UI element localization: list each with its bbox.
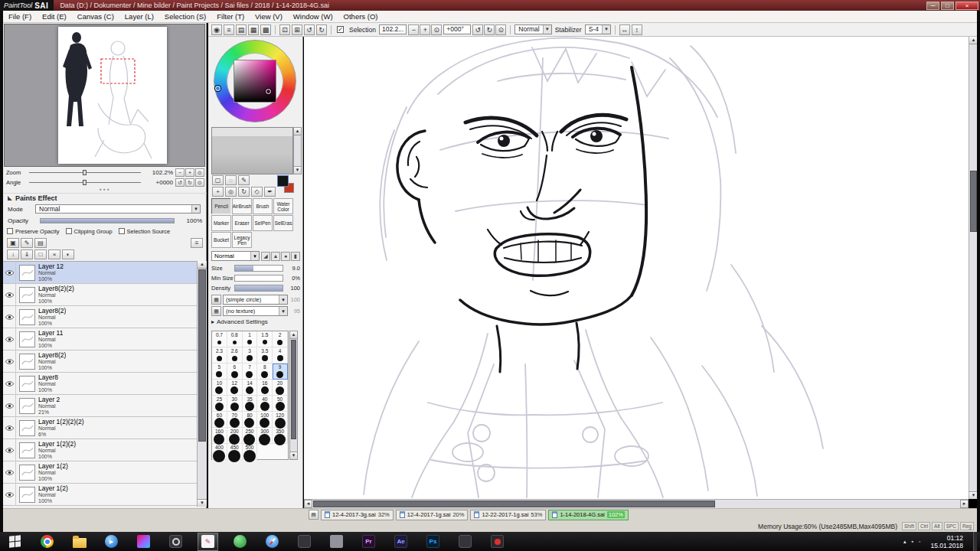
brush-size-7[interactable]: 7 xyxy=(243,364,258,380)
saturation-value-square[interactable] xyxy=(234,60,276,103)
angle-slider[interactable] xyxy=(29,182,141,183)
color-wheel[interactable] xyxy=(214,40,296,122)
brush-size-1[interactable]: 1 xyxy=(243,331,258,347)
green-app[interactable] xyxy=(230,533,250,551)
brush-size-300[interactable]: 300 xyxy=(257,428,273,444)
brush-size-1.5[interactable]: 1.5 xyxy=(257,331,273,347)
scratchpad[interactable] xyxy=(211,127,293,174)
layer-visibility-toggle[interactable] xyxy=(3,461,16,484)
rotate-left-icon[interactable]: ↺ xyxy=(175,178,185,187)
menu-item-view[interactable]: View (V) xyxy=(250,11,288,21)
zoom-out-icon[interactable]: − xyxy=(175,168,185,177)
zoom-in-icon[interactable]: + xyxy=(185,168,194,177)
tray-icon-1[interactable]: ▪ xyxy=(911,539,913,545)
scrollbar-thumb[interactable] xyxy=(313,500,715,507)
primary-color-swatch[interactable] xyxy=(277,175,289,187)
layer-row[interactable]: Layer 11Normal100% xyxy=(3,328,197,350)
brush-size-400[interactable]: 400 xyxy=(212,444,227,460)
panel-menu-icon[interactable]: ≡ xyxy=(191,238,203,248)
canvas[interactable] xyxy=(304,37,969,499)
brush-size-16[interactable]: 16 xyxy=(257,380,273,396)
layer-visibility-toggle[interactable] xyxy=(3,484,16,506)
brush-size-30[interactable]: 30 xyxy=(227,396,243,412)
panel-grip[interactable]: ●●● xyxy=(3,187,207,192)
layer-visibility-toggle[interactable] xyxy=(3,439,16,461)
layer-row[interactable]: Layer 1(2)Normal100% xyxy=(3,484,197,506)
checkbox-preserve-opacity[interactable]: Preserve Opacity xyxy=(7,228,60,235)
new-layer-icon[interactable]: ▣ xyxy=(7,238,19,248)
angle-reset-icon[interactable]: ⊙ xyxy=(495,24,506,35)
layer-row[interactable]: Layer 2Normal21% xyxy=(3,395,197,417)
color-mixer-toggle-icon[interactable]: ▦ xyxy=(248,24,259,35)
density-slider[interactable] xyxy=(234,285,283,292)
photoshop[interactable]: Ps xyxy=(423,533,443,551)
min-size-slider[interactable] xyxy=(234,275,283,282)
scroll-down-icon[interactable]: ▼ xyxy=(198,499,207,507)
brush-size-3.5[interactable]: 3.5 xyxy=(257,347,273,364)
rect-select-icon[interactable]: ▢ xyxy=(212,175,224,185)
brush-size-6[interactable]: 6 xyxy=(227,364,243,380)
scroll-up-icon[interactable]: ▲ xyxy=(294,128,301,135)
tool-water-color[interactable]: Water Color xyxy=(273,198,293,214)
merge-down-icon[interactable]: ⇓ xyxy=(21,249,33,259)
layer-visibility-toggle[interactable] xyxy=(3,373,16,395)
brush-size-0.8[interactable]: 0.8 xyxy=(227,331,243,347)
menu-item-canvas[interactable]: Canvas (C) xyxy=(72,11,119,21)
flip-horizontal-icon[interactable]: ↔ xyxy=(619,24,630,35)
hue-cursor[interactable] xyxy=(215,86,220,91)
tool-legacy-pen[interactable]: Legacy Pen xyxy=(232,232,252,248)
brush-size-60[interactable]: 60 xyxy=(212,412,227,428)
checkbox-selection-source[interactable]: Selection Source xyxy=(119,228,171,235)
color-wheel-toggle-icon[interactable]: ◉ xyxy=(211,24,222,35)
scroll-right-icon[interactable]: ► xyxy=(960,500,969,508)
rotate-tool-icon[interactable]: ↻ xyxy=(238,187,250,197)
brush-size-80[interactable]: 80 xyxy=(243,412,258,428)
scratchpad-scrollbar[interactable]: ▲ ▼ xyxy=(293,127,302,174)
brush-size-2.6[interactable]: 2.6 xyxy=(227,347,243,364)
flip-vertical-icon[interactable]: ↕ xyxy=(632,24,642,35)
document-tab[interactable]: 12-4-2017-1g.sai20% xyxy=(396,510,469,520)
menu-item-edit[interactable]: Edit (E) xyxy=(37,11,72,21)
layer-row[interactable]: Layer8(2)Normal100% xyxy=(3,350,197,373)
layer-visibility-toggle[interactable] xyxy=(3,262,16,284)
layer-row[interactable]: Layer8(2)(2)Normal100% xyxy=(3,284,197,306)
scroll-down-icon[interactable]: ▼ xyxy=(290,452,297,459)
layer-visibility-toggle[interactable] xyxy=(3,328,16,350)
layer-visibility-toggle[interactable] xyxy=(3,306,16,328)
angle-reset-icon[interactable]: ⊙ xyxy=(195,178,204,187)
rotate-right-icon[interactable]: ↻ xyxy=(484,24,495,35)
scratchpad-toggle-icon[interactable]: ▩ xyxy=(260,24,271,35)
opacity-slider[interactable] xyxy=(40,218,175,223)
layer-row[interactable]: Layer 1(2)(2)Normal100% xyxy=(3,439,197,461)
layer-mask-icon[interactable]: ◐ xyxy=(62,249,74,259)
menu-item-layer[interactable]: Layer (L) xyxy=(119,11,159,21)
tool-seleras[interactable]: SelEras xyxy=(273,215,293,231)
color-slider-toggle-icon[interactable]: ≡ xyxy=(224,24,234,35)
delete-layer-icon[interactable]: × xyxy=(48,249,60,259)
scroll-left-icon[interactable]: ◄ xyxy=(304,500,312,508)
move-tool-icon[interactable]: + xyxy=(212,187,224,197)
brush-size-50[interactable]: 50 xyxy=(273,396,288,412)
chrome[interactable] xyxy=(37,533,57,551)
tool-bucket[interactable]: Bucket xyxy=(211,232,231,248)
tool-eraser[interactable]: Eraser xyxy=(232,215,252,231)
brush-size-160[interactable]: 160 xyxy=(212,428,227,444)
zoom-slider[interactable] xyxy=(29,172,141,173)
zoom-display-field[interactable]: 102.2... xyxy=(379,24,407,34)
angle-display-field[interactable]: +000° xyxy=(443,24,471,34)
edge-shape-3-icon[interactable]: ● xyxy=(281,252,290,261)
brush-size-5[interactable]: 5 xyxy=(212,364,227,380)
layer-row[interactable]: Layer 1(2)(2)(2)Normal6% xyxy=(3,417,197,439)
brush-size-350[interactable]: 350 xyxy=(273,428,288,444)
brush-size-100[interactable]: 100 xyxy=(257,412,273,428)
scrollbar-thumb[interactable] xyxy=(970,171,977,232)
layer-visibility-toggle[interactable] xyxy=(3,417,16,439)
edge-shape-2-icon[interactable]: ▲ xyxy=(271,252,280,261)
zoom-actual-icon[interactable]: ⊞ xyxy=(292,24,302,35)
document-tab[interactable]: 1-14-2018-4G.sai102% xyxy=(548,510,629,520)
brush-size-8[interactable]: 8 xyxy=(257,364,273,380)
stabilizer-select[interactable]: S-4▼ xyxy=(585,24,611,34)
select-pen-icon[interactable]: ✎ xyxy=(238,175,250,185)
taskbar-clock[interactable]: 01:12 15.01.2018 xyxy=(930,534,963,549)
brush-blend-mode-select[interactable]: Normal▼ xyxy=(211,251,260,261)
